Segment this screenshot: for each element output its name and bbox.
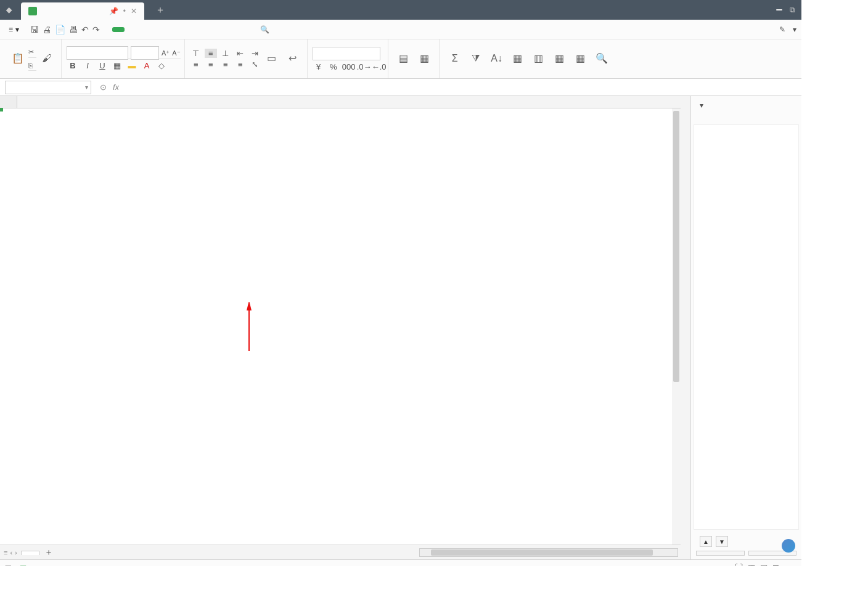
sort-button[interactable]: A↓ xyxy=(486,49,507,69)
grid-settings-icon[interactable]: ▤ xyxy=(5,564,11,566)
table-style-button[interactable]: ▦ xyxy=(414,49,435,69)
font-name-input[interactable] xyxy=(67,46,128,60)
align-bottom-icon[interactable]: ⊥ xyxy=(219,49,232,58)
save-icon[interactable]: 🖫 xyxy=(30,25,39,34)
percent-icon[interactable]: % xyxy=(327,62,340,71)
vertical-scroll-thumb[interactable] xyxy=(673,111,679,382)
align-top-icon[interactable]: ⊤ xyxy=(190,49,202,58)
redo-icon[interactable]: ↷ xyxy=(92,25,100,34)
horizontal-scrollbar[interactable] xyxy=(58,548,681,557)
print-direct-icon[interactable]: 🖨 xyxy=(43,25,51,34)
row-col-button[interactable]: ▥ xyxy=(528,49,549,69)
fill-color-icon[interactable]: ▬ xyxy=(126,61,138,70)
add-sheet-button[interactable]: ＋ xyxy=(39,547,58,558)
underline-icon[interactable]: U xyxy=(96,61,108,70)
fx-icon[interactable]: fx xyxy=(113,83,119,92)
select-all-corner[interactable] xyxy=(0,96,17,108)
print-preview-icon[interactable]: 📄 xyxy=(55,25,65,34)
send-backward-button[interactable]: ▼ xyxy=(716,536,728,547)
tab-security[interactable] xyxy=(207,27,219,32)
view-normal-icon[interactable]: ▦ xyxy=(748,563,755,566)
brightness-icon[interactable]: ☼ xyxy=(784,563,792,566)
show-all-button[interactable] xyxy=(696,551,745,556)
align-right-icon[interactable]: ≡ xyxy=(219,60,232,69)
filter-button[interactable]: ⧩ xyxy=(465,49,486,69)
bold-icon[interactable]: B xyxy=(67,61,79,70)
format-button[interactable]: ▦ xyxy=(507,49,528,69)
menubar: ≡ ▾ 🖫 🖨 📄 🖶 ↶ ↷ 🔍 ✎ ▾ xyxy=(0,20,801,39)
decrease-font-icon[interactable]: A⁻ xyxy=(172,49,180,57)
tab-data[interactable] xyxy=(166,27,179,32)
name-box[interactable]: ▾ xyxy=(5,81,91,94)
tab-layout[interactable] xyxy=(139,27,152,32)
sort-icon: A↓ xyxy=(490,52,504,65)
tab-start[interactable] xyxy=(112,27,125,32)
tab-view[interactable] xyxy=(194,27,206,32)
document-tab[interactable]: 📌 • ✕ xyxy=(21,2,144,20)
sheet-prev-icon[interactable]: ‹ xyxy=(10,549,12,556)
horizontal-scroll-thumb[interactable] xyxy=(431,549,653,556)
find-button[interactable]: 🔍 xyxy=(591,49,612,69)
sum-button[interactable]: Σ xyxy=(444,49,465,69)
selection-pane: ▾ ▲ ▼ xyxy=(690,96,801,559)
increase-font-icon[interactable]: A⁺ xyxy=(162,49,170,57)
freeze-button[interactable]: ▦ xyxy=(570,49,591,69)
number-format-select[interactable] xyxy=(313,47,380,60)
file-menu[interactable]: ≡ ▾ xyxy=(5,25,23,34)
border-icon[interactable]: ▦ xyxy=(111,61,123,70)
view-reading-icon[interactable]: ⊞ xyxy=(772,563,779,566)
increase-decimal-icon[interactable]: .0→ xyxy=(357,62,369,71)
view-page-icon[interactable]: ▤ xyxy=(760,563,768,566)
wps-logo[interactable]: ◆ xyxy=(0,6,21,14)
tab-insert[interactable] xyxy=(126,27,138,32)
align-middle-icon[interactable]: ≡ xyxy=(205,49,217,58)
command-search[interactable]: 🔍 xyxy=(260,25,272,34)
format-painter-button[interactable]: 🖌 xyxy=(36,49,57,69)
tab-review[interactable] xyxy=(180,27,192,32)
worksheet-button[interactable]: ▦ xyxy=(549,49,570,69)
paste-icon: 📋 xyxy=(11,52,25,65)
clear-format-icon[interactable]: ◇ xyxy=(155,61,168,70)
ribbon-tabs xyxy=(112,27,247,32)
paste-button[interactable]: 📋 xyxy=(7,49,28,69)
cut-button[interactable]: ✂ xyxy=(28,47,36,58)
currency-icon[interactable]: ¥ xyxy=(313,62,325,71)
undo-icon[interactable]: ↶ xyxy=(81,25,89,34)
vertical-scrollbar[interactable] xyxy=(672,108,681,545)
font-size-input[interactable] xyxy=(131,46,159,60)
cancel-icon[interactable]: ⊙ xyxy=(100,83,107,92)
tab-formula[interactable] xyxy=(153,27,165,32)
chevron-down-icon[interactable]: ▾ xyxy=(700,101,703,110)
wrap-text-button[interactable]: ↩ xyxy=(282,49,303,69)
bring-forward-button[interactable]: ▲ xyxy=(700,536,712,547)
cond-format-button[interactable]: ▤ xyxy=(393,49,414,69)
fullscreen-icon[interactable]: ⛶ xyxy=(735,563,743,566)
print-icon[interactable]: 🖶 xyxy=(69,25,78,34)
align-center-icon[interactable]: ≡ xyxy=(205,60,217,69)
sheet-tab-1[interactable] xyxy=(21,551,39,555)
align-left-icon[interactable]: ≡ xyxy=(190,60,202,69)
tab-close-icon[interactable]: ✕ xyxy=(131,7,137,15)
window-menu-icon[interactable]: ⧉ xyxy=(790,6,795,14)
tab-developer[interactable] xyxy=(221,27,233,32)
sheet-next-icon[interactable]: › xyxy=(15,549,17,556)
spreadsheet[interactable] xyxy=(0,96,681,545)
tab-pin-icon[interactable]: 📌 xyxy=(109,7,118,15)
italic-icon[interactable]: I xyxy=(81,61,94,70)
decrease-decimal-icon[interactable]: ←.0 xyxy=(372,62,384,71)
annotate-icon[interactable]: ✎ xyxy=(779,25,785,34)
document-protected[interactable]: 🛡 xyxy=(20,564,29,567)
indent-increase-icon[interactable]: ⇥ xyxy=(249,49,261,58)
orientation-icon[interactable]: ⤡ xyxy=(249,60,261,69)
merge-center-button[interactable]: ▭ xyxy=(261,49,282,69)
font-color-icon[interactable]: A xyxy=(141,61,153,70)
row-col-icon: ▥ xyxy=(532,52,546,65)
copy-button[interactable]: ⎘ xyxy=(28,60,36,71)
tab-special[interactable] xyxy=(234,27,247,32)
indent-decrease-icon[interactable]: ⇤ xyxy=(234,49,247,58)
copy-icon: ⎘ xyxy=(28,62,33,69)
align-justify-icon[interactable]: ≡ xyxy=(234,60,247,69)
thousands-icon[interactable]: 000 xyxy=(342,62,354,71)
add-tab-button[interactable]: ＋ xyxy=(150,4,170,17)
sheets-list-icon[interactable]: ≡ xyxy=(4,549,7,556)
